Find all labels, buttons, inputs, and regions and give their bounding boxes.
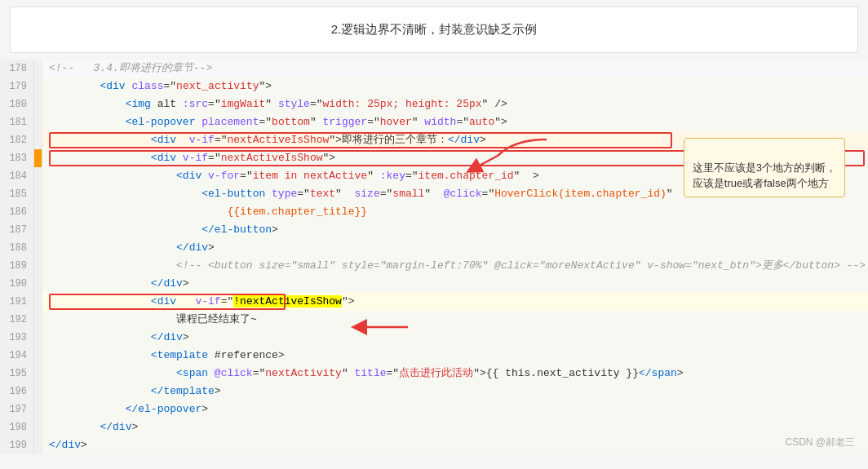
line-content: </div> xyxy=(42,418,868,436)
line-content: <div v-if="!nextActiveIsShow"> xyxy=(42,293,868,311)
line-marker xyxy=(34,293,42,311)
line-number: 184 xyxy=(0,167,34,185)
line-marker xyxy=(34,203,42,221)
banner-text: 2.逻辑边界不清晰，封装意识缺乏示例 xyxy=(331,22,538,36)
line-marker xyxy=(34,185,42,203)
line-content: </el-popover> xyxy=(42,400,868,418)
line-marker xyxy=(34,95,42,113)
line-number: 193 xyxy=(0,329,34,347)
line-marker xyxy=(34,311,42,329)
line-content: <div class="next_activity"> xyxy=(42,77,868,95)
line-marker xyxy=(34,239,42,257)
code-line: 192 课程已经结束了~ xyxy=(0,311,868,329)
line-content: <el-popover placement="bottom" trigger="… xyxy=(42,113,868,131)
line-number: 192 xyxy=(0,311,34,329)
line-content: 课程已经结束了~ xyxy=(42,311,868,329)
line-content: <span @click="nextActivity" title="点击进行此… xyxy=(42,365,868,383)
line-number: 181 xyxy=(0,113,34,131)
code-line: 181 <el-popover placement="bottom" trigg… xyxy=(0,113,868,131)
line-number: 187 xyxy=(0,221,34,239)
line-marker xyxy=(34,257,42,275)
code-line: 193 </div> xyxy=(0,329,868,347)
line-marker xyxy=(34,365,42,383)
code-line: 198 </div> xyxy=(0,418,868,436)
code-line: 194 <template #reference> xyxy=(0,347,868,365)
watermark: CSDN @郝老三 xyxy=(785,436,855,449)
code-line: 191 <div v-if="!nextActiveIsShow"> xyxy=(0,293,868,311)
annotation-text: 这里不应该是3个地方的判断， 应该是true或者false两个地方 xyxy=(693,161,836,190)
line-number: 194 xyxy=(0,347,34,365)
line-content: {{item.chapter_title}} xyxy=(42,203,868,221)
code-line: 189 <!-- <button size="small" style="mar… xyxy=(0,257,868,275)
header-banner: 2.逻辑边界不清晰，封装意识缺乏示例 xyxy=(10,7,858,53)
line-number: 199 xyxy=(0,436,34,454)
line-content: <!-- 3.4.即将进行的章节--> xyxy=(42,60,868,77)
line-content: </div> xyxy=(42,239,868,257)
code-line: 178<!-- 3.4.即将进行的章节--> xyxy=(0,60,868,77)
code-line: 190 </div> xyxy=(0,275,868,293)
line-number: 195 xyxy=(0,365,34,383)
annotation-bubble: 这里不应该是3个地方的判断， 应该是true或者false两个地方 xyxy=(684,138,845,197)
line-content: </div> xyxy=(42,329,868,347)
line-marker xyxy=(34,149,42,167)
code-line: 197 </el-popover> xyxy=(0,400,868,418)
line-content: </div> xyxy=(42,436,868,454)
line-marker xyxy=(34,275,42,293)
line-number: 180 xyxy=(0,95,34,113)
code-line: 179 <div class="next_activity"> xyxy=(0,77,868,95)
line-marker xyxy=(34,77,42,95)
line-marker xyxy=(34,436,42,454)
line-marker xyxy=(34,221,42,239)
code-line: 195 <span @click="nextActivity" title="点… xyxy=(0,365,868,383)
line-number: 179 xyxy=(0,77,34,95)
line-content: </template> xyxy=(42,383,868,400)
code-container: 178<!-- 3.4.即将进行的章节-->179 <div class="ne… xyxy=(0,60,868,454)
line-content: </div> xyxy=(42,275,868,293)
line-marker xyxy=(34,113,42,131)
code-line: 180 <img alt :src="imgWait" style="width… xyxy=(0,95,868,113)
code-line: 196 </template> xyxy=(0,383,868,400)
line-marker xyxy=(34,60,42,77)
line-number: 182 xyxy=(0,131,34,149)
line-marker xyxy=(34,347,42,365)
code-line: 186 {{item.chapter_title}} xyxy=(0,203,868,221)
line-number: 185 xyxy=(0,185,34,203)
line-marker xyxy=(34,167,42,185)
line-content: <template #reference> xyxy=(42,347,868,365)
line-content: <!-- <button size="small" style="margin-… xyxy=(42,257,868,275)
line-number: 188 xyxy=(0,239,34,257)
line-marker xyxy=(34,383,42,400)
line-number: 183 xyxy=(0,149,34,167)
line-marker xyxy=(34,400,42,418)
line-content: </el-button> xyxy=(42,221,868,239)
code-line: 187 </el-button> xyxy=(0,221,868,239)
line-content: <img alt :src="imgWait" style="width: 25… xyxy=(42,95,868,113)
code-line: 199</div> xyxy=(0,436,868,454)
line-marker xyxy=(34,131,42,149)
line-number: 198 xyxy=(0,418,34,436)
line-number: 189 xyxy=(0,257,34,275)
line-marker xyxy=(34,329,42,347)
line-number: 190 xyxy=(0,275,34,293)
line-marker xyxy=(34,418,42,436)
line-number: 186 xyxy=(0,203,34,221)
code-line: 188 </div> xyxy=(0,239,868,257)
line-number: 191 xyxy=(0,293,34,311)
line-number: 196 xyxy=(0,383,34,400)
line-number: 197 xyxy=(0,400,34,418)
line-number: 178 xyxy=(0,60,34,77)
